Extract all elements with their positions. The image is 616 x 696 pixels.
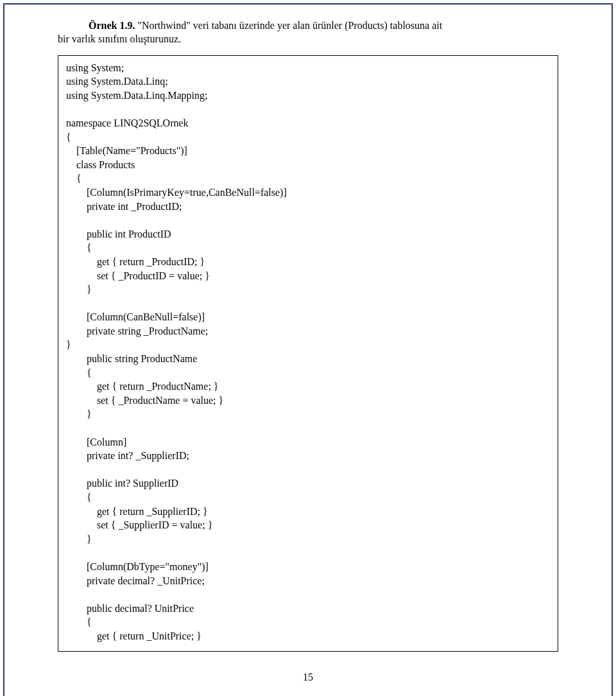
intro-rest-line1: "Northwind" veri tabanı üzerinde yer ala…: [135, 20, 442, 31]
intro-paragraph: Örnek 1.9. "Northwind" veri tabanı üzeri…: [58, 19, 558, 46]
code-box: using System; using System.Data.Linq; us…: [58, 55, 558, 652]
page-number: 15: [0, 671, 616, 684]
page-border-left: [3, 3, 4, 696]
page-border-right: [612, 3, 613, 696]
intro-line2: bir varlık sınıfını oluşturunuz.: [58, 33, 558, 46]
page: Örnek 1.9. "Northwind" veri tabanı üzeri…: [0, 0, 616, 696]
page-border-top: [3, 3, 613, 4]
code-content: using System; using System.Data.Linq; us…: [66, 62, 287, 641]
example-label: Örnek 1.9.: [89, 20, 135, 31]
intro-line1: Örnek 1.9. "Northwind" veri tabanı üzeri…: [58, 19, 558, 33]
